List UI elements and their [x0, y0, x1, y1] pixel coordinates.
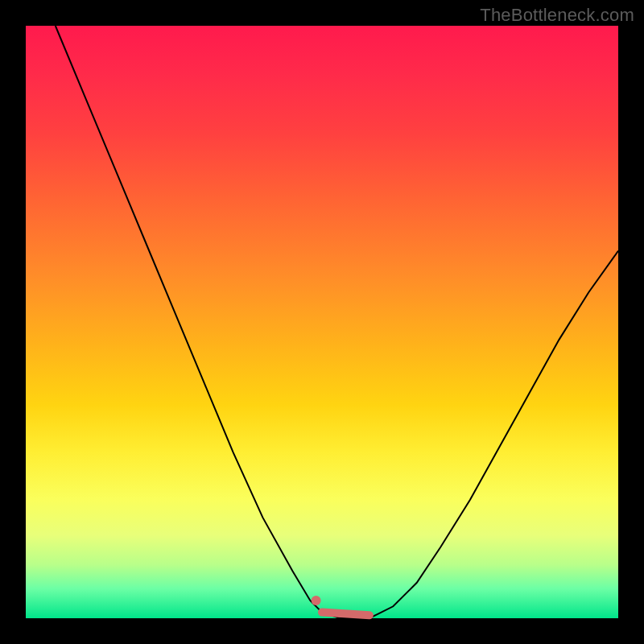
marker-dot-icon	[312, 596, 321, 605]
chart-area	[26, 26, 618, 618]
watermark-text: TheBottleneck.com	[480, 5, 634, 26]
bottleneck-chart-svg	[26, 26, 618, 618]
marker-segment	[322, 613, 369, 616]
bottleneck-curve	[56, 26, 618, 618]
